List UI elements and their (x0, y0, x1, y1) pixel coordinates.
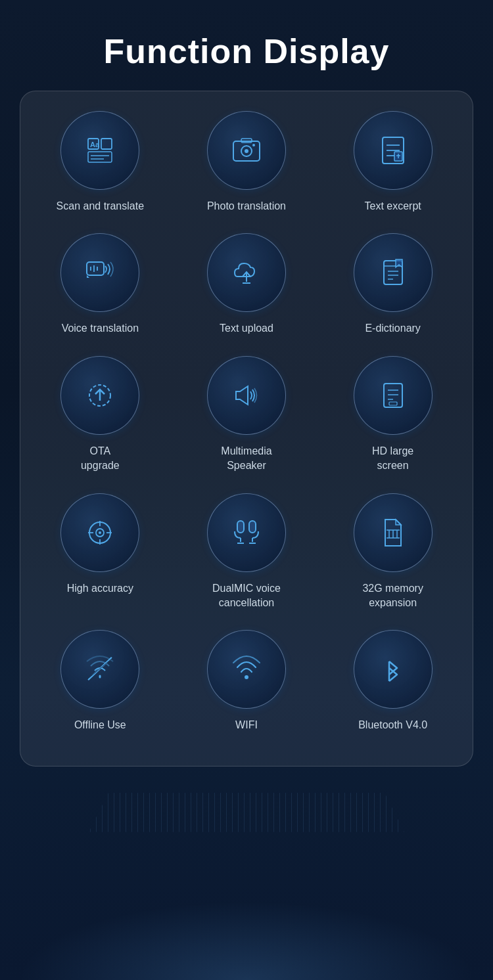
memory-expansion-icon-circle (354, 493, 433, 572)
feature-row-3: High accuracy DualMIC voice cancellation (27, 487, 466, 624)
voice-translation-label: Voice translation (62, 321, 139, 336)
e-dictionary-label: E-dictionary (365, 321, 420, 336)
svg-rect-44 (237, 521, 244, 533)
function-display-card: Aa Scan and translate Photo translation (20, 91, 473, 767)
dual-mic-icon-circle (207, 493, 286, 572)
svg-text:Aa: Aa (90, 141, 100, 148)
ota-icon (82, 377, 118, 414)
scan-icon: Aa (82, 132, 118, 169)
bluetooth-label: Bluetooth V4.0 (358, 718, 427, 732)
screen-icon (375, 377, 411, 414)
multimedia-speaker-icon-circle (207, 356, 286, 435)
page-title: Function Display (91, 0, 403, 91)
e-dictionary-icon-circle (354, 233, 433, 312)
feature-hd-screen: HD large screen (331, 356, 456, 474)
speaker-icon (228, 377, 265, 414)
svg-point-8 (245, 149, 248, 153)
photo-icon (228, 132, 265, 169)
offline-use-label: Offline Use (74, 718, 126, 732)
feature-dual-mic: DualMIC voice cancellation (184, 493, 309, 611)
wifi-label: WIFI (235, 718, 258, 732)
svg-rect-32 (384, 384, 402, 407)
svg-rect-36 (389, 402, 397, 405)
feature-text-upload: Text upload (184, 233, 309, 336)
bluetooth-icon (375, 651, 411, 688)
svg-point-57 (245, 675, 248, 679)
feature-offline-use: Offline Use (37, 630, 162, 732)
text-excerpt-icon (375, 132, 411, 169)
text-excerpt-label: Text excerpt (365, 199, 421, 213)
feature-text-excerpt: Text excerpt (331, 111, 456, 213)
feature-row-0: Aa Scan and translate Photo translation (27, 104, 466, 227)
svg-rect-18 (87, 262, 104, 275)
feature-bluetooth: Bluetooth V4.0 (331, 630, 456, 732)
ota-upgrade-label: OTA upgrade (81, 444, 120, 474)
high-accuracy-icon-circle (60, 493, 139, 572)
voice-icon (82, 254, 118, 291)
feature-scan-translate: Aa Scan and translate (37, 111, 162, 213)
feature-high-accuracy: High accuracy (37, 493, 162, 596)
memory-expansion-label: 32G memory expansion (362, 581, 423, 611)
bottom-glow (16, 901, 477, 980)
text-excerpt-icon-circle (354, 111, 433, 190)
wifi-icon (228, 651, 265, 688)
feature-memory-expansion: 32G memory expansion (331, 493, 456, 611)
voice-translation-icon-circle (60, 233, 139, 312)
high-accuracy-label: High accuracy (67, 581, 133, 596)
offline-icon (82, 651, 118, 688)
offline-use-icon-circle (60, 630, 139, 709)
multimedia-speaker-label: Multimedia Speaker (221, 444, 271, 474)
photo-translation-label: Photo translation (207, 199, 286, 213)
hd-screen-icon-circle (354, 356, 433, 435)
svg-point-10 (252, 144, 255, 146)
ota-upgrade-icon-circle (60, 356, 139, 435)
feature-row-4: Offline Use WIFI (27, 623, 466, 746)
scan-translate-label: Scan and translate (57, 199, 144, 213)
svg-rect-45 (249, 521, 256, 533)
bottom-decoration (0, 780, 493, 832)
feature-ota-upgrade: OTA upgrade (37, 356, 162, 474)
mic-icon (228, 514, 265, 551)
feature-multimedia-speaker: Multimedia Speaker (184, 356, 309, 474)
wifi-icon-circle (207, 630, 286, 709)
scan-translate-icon-circle: Aa (60, 111, 139, 190)
bluetooth-icon-circle (354, 630, 433, 709)
dual-mic-label: DualMIC voice cancellation (212, 581, 281, 611)
hd-screen-label: HD large screen (372, 444, 413, 474)
memory-icon (375, 514, 411, 551)
feature-row-2: OTA upgrade Multimedia Speaker (27, 349, 466, 487)
svg-rect-3 (88, 152, 112, 162)
feature-voice-translation: Voice translation (37, 233, 162, 336)
feature-photo-translation: Photo translation (184, 111, 309, 213)
svg-rect-1 (101, 139, 112, 149)
feature-row-1: Voice translation Text upload (27, 227, 466, 349)
text-upload-label: Text upload (220, 321, 273, 336)
feature-wifi: WIFI (184, 630, 309, 732)
text-upload-icon-circle (207, 233, 286, 312)
accuracy-icon (82, 514, 118, 551)
feature-e-dictionary: E-dictionary (331, 233, 456, 336)
upload-icon (228, 254, 265, 291)
photo-translation-icon-circle (207, 111, 286, 190)
svg-point-43 (99, 531, 101, 534)
dictionary-icon (375, 254, 411, 291)
